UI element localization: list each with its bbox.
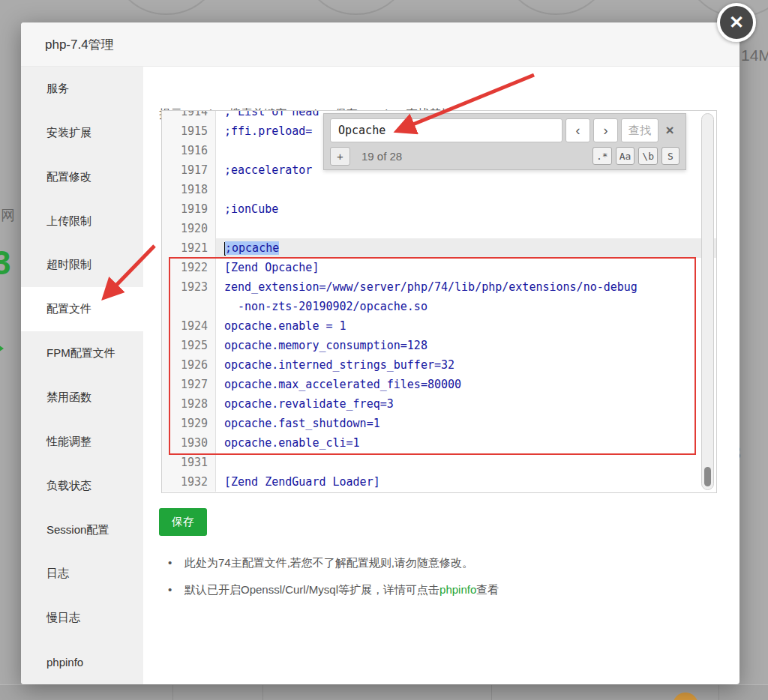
modal-header: php-7.4管理 [21, 22, 740, 67]
sidebar-item-disabled-functions[interactable]: 禁用函数 [21, 375, 143, 420]
php-manager-modal: php-7.4管理 ✕ 服务 安装扩展 配置修改 上传限制 超时限制 配置文件 … [21, 22, 740, 684]
editor-line: 1927opcache.max_accelerated_files=80000 [162, 375, 716, 394]
editor-line: 1923zend_extension=/www/server/php/74/li… [162, 277, 716, 297]
add-search-row-button[interactable]: + [330, 147, 350, 166]
sidebar: 服务 安装扩展 配置修改 上传限制 超时限制 配置文件 FPM配置文件 禁用函数… [21, 67, 143, 684]
phpinfo-link[interactable]: phpinfo [440, 583, 476, 596]
editor-line: 1926opcache.interned_strings_buffer=32 [162, 355, 716, 375]
sidebar-item-load-status[interactable]: 负载状态 [21, 464, 143, 508]
close-button[interactable]: ✕ [717, 3, 756, 42]
editor-line: 1925opcache.memory_consumption=128 [162, 336, 716, 355]
whole-word-option-button[interactable]: \b [638, 147, 658, 165]
sidebar-item-fpm-config[interactable]: FPM配置文件 [21, 331, 143, 375]
editor-line: 1928opcache.revalidate_freq=3 [162, 394, 716, 414]
bg-gauge-circle [110, 0, 223, 15]
bg-gauge-circle [300, 0, 412, 15]
note-item: • 此处为74主配置文件,若您不了解配置规则,请勿随意修改。 [168, 556, 499, 570]
bullet-icon: • [168, 556, 184, 569]
chevron-left-icon: ‹ [576, 123, 580, 139]
bg-left-green-number: 3 [0, 244, 10, 282]
editor-line: 1919;ionCube [162, 199, 716, 219]
bg-table-strip [0, 684, 768, 700]
close-icon: ✕ [729, 13, 744, 31]
editor-line-wrap: -non-zts-20190902/opcache.so [162, 297, 716, 316]
bg-gauge-circle [500, 0, 613, 15]
sidebar-item-install-ext[interactable]: 安装扩展 [21, 111, 143, 155]
search-match-highlight: ;opcache [225, 241, 279, 255]
editor-line: 1922[Zend Opcache] [162, 258, 716, 277]
editor-line: 1931 [162, 453, 716, 472]
editor-line: 1932[Zend ZendGuard Loader] [162, 472, 716, 492]
editor-line: 1920 [162, 219, 716, 238]
find-previous-button[interactable]: ‹ [566, 118, 590, 142]
sidebar-item-slow-log[interactable]: 慢日志 [21, 596, 143, 640]
bullet-icon: • [168, 583, 184, 596]
editor-scrollbar[interactable] [701, 113, 714, 490]
search-panel: ‹ › 查找 × + 19 of 28 .* Aa \b S [323, 113, 686, 170]
page: 14M 网 3 3 php-7.4管理 ✕ 服务 安装扩展 配置修改 上传限制 … [0, 0, 768, 700]
match-count: 19 of 28 [362, 150, 402, 163]
sidebar-item-phpinfo[interactable]: phpinfo [21, 640, 143, 684]
sidebar-item-config-modify[interactable]: 配置修改 [21, 155, 143, 199]
search-input[interactable] [330, 118, 562, 142]
bg-green-chevron [0, 343, 4, 354]
editor-line: 1918 [162, 180, 716, 199]
notes-list: • 此处为74主配置文件,若您不了解配置规则,请勿随意修改。 • 默认已开启Op… [168, 556, 499, 610]
find-next-button[interactable]: › [593, 118, 618, 142]
bg-mem-label: 14M [741, 46, 768, 64]
scrollbar-thumb[interactable] [704, 467, 711, 486]
sidebar-item-session-config[interactable]: Session配置 [21, 508, 143, 552]
modal-title: php-7.4管理 [45, 22, 114, 67]
sidebar-item-service[interactable]: 服务 [21, 67, 143, 111]
bg-left-char: 网 [1, 206, 15, 226]
match-case-option-button[interactable]: Aa [616, 147, 635, 165]
editor-line-active: 1921;opcache [162, 238, 716, 258]
sidebar-item-performance[interactable]: 性能调整 [21, 420, 143, 464]
find-button[interactable]: 查找 [621, 118, 658, 142]
sidebar-item-timeout-limit[interactable]: 超时限制 [21, 243, 143, 287]
note-item: • 默认已开启Openssl/Curl/Mysql等扩展，详情可点击phpinf… [168, 583, 499, 597]
sidebar-item-log[interactable]: 日志 [21, 552, 143, 596]
sidebar-item-upload-limit[interactable]: 上传限制 [21, 199, 143, 244]
regex-option-button[interactable]: .* [592, 147, 612, 165]
sidebar-item-config-file[interactable]: 配置文件 [21, 287, 143, 331]
close-x-icon: × [665, 122, 674, 139]
save-button[interactable]: 保存 [159, 508, 207, 536]
plus-icon: + [337, 150, 344, 163]
editor-line: 1929opcache.fast_shutdown=1 [162, 414, 716, 433]
s-option-button[interactable]: S [662, 147, 680, 165]
search-close-button[interactable]: × [660, 118, 680, 142]
editor-line: 1930opcache.enable_cli=1 [162, 433, 716, 453]
editor-line: 1924opcache.enable = 1 [162, 316, 716, 336]
chevron-right-icon: › [604, 123, 608, 139]
